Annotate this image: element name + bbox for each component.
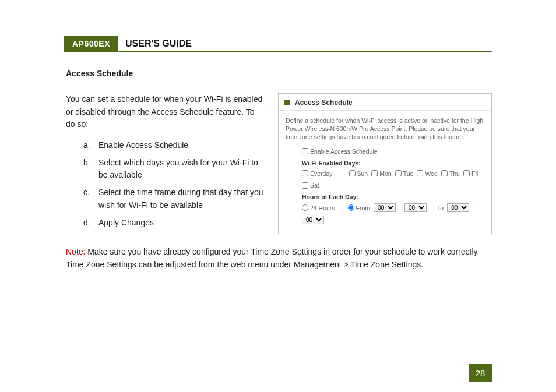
everyday-checkbox[interactable]: Everday bbox=[302, 169, 333, 178]
time-sep: : bbox=[473, 204, 474, 212]
enable-schedule-label: Enable Access Schedule bbox=[310, 147, 378, 156]
hours-24-radio[interactable]: 24 Hours bbox=[302, 204, 335, 212]
time-sep: : bbox=[399, 204, 401, 212]
day-input[interactable] bbox=[302, 182, 308, 189]
from-min-select[interactable]: 00 bbox=[404, 203, 427, 212]
day-label: Sat bbox=[310, 181, 319, 189]
day-checkbox-sun[interactable]: Sun bbox=[349, 169, 368, 178]
day-label: Sun bbox=[357, 169, 368, 178]
step-marker: a. bbox=[83, 139, 90, 152]
note-text: Make sure you have already configured yo… bbox=[66, 247, 479, 269]
everyday-input[interactable] bbox=[302, 170, 308, 176]
step-text: Select which days you wish for your Wi-F… bbox=[98, 158, 258, 180]
list-item: b. Select which days you wish for your W… bbox=[83, 157, 264, 182]
hours-heading: Hours of Each Day: bbox=[302, 193, 484, 201]
step-text: Select the time frame during that day th… bbox=[98, 188, 263, 210]
header-bar: AP600EX USER'S GUIDE bbox=[64, 36, 199, 51]
note-label: Note: bbox=[66, 247, 85, 256]
everyday-label: Everday bbox=[310, 169, 333, 178]
panel-icon bbox=[284, 100, 290, 105]
panel-description: Define a schedule for when Wi-Fi access … bbox=[286, 116, 484, 142]
hours-24-input[interactable] bbox=[302, 204, 308, 211]
list-item: c. Select the time frame during that day… bbox=[83, 186, 264, 211]
to-hour-select[interactable]: 00 bbox=[447, 203, 469, 212]
to-label: To bbox=[437, 204, 444, 212]
day-input[interactable] bbox=[349, 170, 356, 176]
section-heading: Access Schedule bbox=[66, 69, 492, 78]
note-block: Note: Make sure you have already configu… bbox=[66, 246, 492, 271]
from-hour-select[interactable]: 00 bbox=[374, 203, 396, 212]
day-label: Mon bbox=[379, 169, 391, 178]
step-marker: c. bbox=[83, 186, 90, 199]
day-input[interactable] bbox=[441, 170, 448, 176]
enable-schedule-checkbox[interactable]: Enable Access Schedule bbox=[302, 147, 378, 156]
days-heading: Wi-Fi Enabled Days: bbox=[302, 159, 484, 167]
day-checkbox-tue[interactable]: Tue bbox=[395, 169, 414, 178]
day-checkbox-wed[interactable]: Wed bbox=[417, 169, 437, 178]
day-label: Fri bbox=[471, 169, 478, 178]
step-text: Apply Changes bbox=[98, 218, 154, 227]
day-checkbox-mon[interactable]: Mon bbox=[371, 169, 391, 178]
product-badge: AP600EX bbox=[64, 36, 118, 51]
day-input[interactable] bbox=[463, 170, 470, 176]
enable-schedule-input[interactable] bbox=[302, 148, 308, 154]
day-label: Thu bbox=[449, 169, 460, 178]
list-item: d. Apply Changes bbox=[83, 217, 264, 229]
step-marker: b. bbox=[83, 157, 90, 169]
page-number: 28 bbox=[469, 364, 492, 382]
hours-from-input[interactable] bbox=[348, 204, 354, 211]
panel-header: Access Schedule bbox=[279, 94, 491, 111]
list-item: a. Enable Access Schedule bbox=[83, 139, 264, 152]
hours-24-label: 24 Hours bbox=[310, 204, 335, 212]
steps-list: a. Enable Access Schedule b. Select whic… bbox=[83, 139, 264, 229]
day-input[interactable] bbox=[371, 170, 378, 176]
day-label: Tue bbox=[403, 169, 414, 178]
hours-from-label: From bbox=[356, 204, 371, 212]
hours-from-radio[interactable]: From bbox=[348, 204, 371, 212]
day-checkbox-sat[interactable]: Sat bbox=[302, 181, 319, 189]
day-input[interactable] bbox=[417, 170, 423, 176]
step-text: Enable Access Schedule bbox=[98, 140, 188, 150]
header-rule bbox=[64, 51, 492, 52]
day-input[interactable] bbox=[395, 170, 402, 176]
guide-title: USER'S GUIDE bbox=[118, 36, 199, 51]
day-checkbox-fri[interactable]: Fri bbox=[463, 169, 478, 178]
intro-paragraph: You can set a schedule for when your Wi-… bbox=[66, 93, 264, 131]
day-checkbox-thu[interactable]: Thu bbox=[441, 169, 460, 178]
access-schedule-panel: Access Schedule Define a schedule for wh… bbox=[278, 93, 492, 234]
panel-title: Access Schedule bbox=[295, 98, 353, 107]
instructions-column: You can set a schedule for when your Wi-… bbox=[66, 93, 264, 234]
day-label: Wed bbox=[425, 169, 437, 178]
step-marker: d. bbox=[83, 217, 90, 229]
to-min-select[interactable]: 00 bbox=[302, 216, 324, 224]
